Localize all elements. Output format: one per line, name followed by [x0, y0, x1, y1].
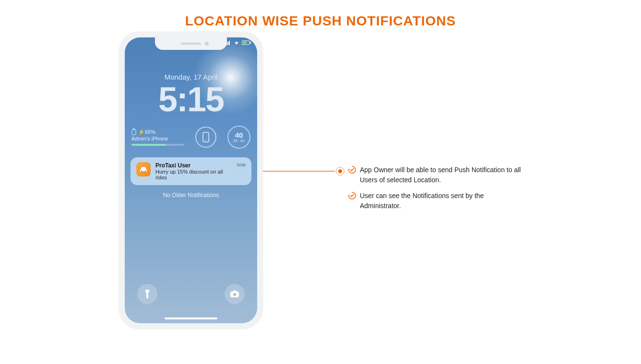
- battery-bar: [131, 144, 184, 146]
- notification-time: now: [237, 162, 246, 167]
- camera-button[interactable]: [225, 284, 245, 304]
- list-item: User can see the Notifications sent by t…: [348, 191, 521, 211]
- feature-text: User can see the Notifications sent by t…: [360, 191, 521, 211]
- svg-rect-8: [133, 129, 135, 129]
- signal-icon: [225, 40, 231, 45]
- svg-point-11: [141, 170, 142, 171]
- weather-high: 41: [240, 139, 245, 143]
- lockscreen-time: 5:15: [125, 80, 257, 119]
- notification-app-icon: [136, 162, 151, 176]
- notification-message: Hurry up 15% discount on all rides: [155, 169, 232, 180]
- weather-widget: 40 25 41: [227, 126, 250, 149]
- phone-notch: [155, 37, 227, 50]
- svg-rect-3: [229, 41, 230, 45]
- camera-icon: [230, 290, 239, 298]
- weather-low: 25: [233, 139, 237, 143]
- feature-text: App Owner will be able to send Push Noti…: [360, 165, 521, 185]
- check-circle-icon: [348, 192, 356, 200]
- wifi-icon: [233, 40, 240, 45]
- svg-point-10: [205, 140, 206, 141]
- phone-icon: [202, 132, 210, 142]
- battery-widget: ⚡65% Admin's iPhone: [131, 129, 184, 146]
- svg-rect-15: [233, 291, 237, 292]
- device-ring-widget: [195, 127, 216, 148]
- feature-list: App Owner will be able to send Push Noti…: [348, 165, 521, 217]
- battery-outline-icon: [131, 129, 136, 135]
- svg-rect-6: [250, 42, 251, 44]
- page-title: LOCATION WISE PUSH NOTIFICATIONS: [0, 0, 641, 29]
- connector-dot: [336, 167, 344, 176]
- lockscreen-widgets: ⚡65% Admin's iPhone 40 25 41: [125, 126, 257, 149]
- flashlight-icon: [144, 289, 151, 299]
- car-icon: [139, 166, 148, 173]
- battery-percent-label: ⚡65%: [138, 129, 155, 135]
- notification-app-name: ProTaxi User: [155, 162, 232, 169]
- no-older-notifications-label: No Older Notifications: [125, 192, 257, 199]
- phone-lockscreen: Monday, 17 April 5:15 ⚡65% Admin's iPhon…: [125, 37, 257, 323]
- connector-line: [263, 171, 335, 172]
- svg-rect-2: [227, 42, 228, 45]
- svg-rect-7: [132, 129, 136, 135]
- list-item: App Owner will be able to send Push Noti…: [348, 165, 521, 185]
- battery-icon: [242, 40, 251, 45]
- svg-rect-0: [225, 44, 226, 45]
- svg-point-12: [145, 170, 146, 171]
- check-circle-icon: [348, 166, 356, 174]
- svg-rect-1: [226, 43, 227, 45]
- svg-point-14: [233, 293, 236, 296]
- push-notification-card[interactable]: ProTaxi User Hurry up 15% discount on al…: [131, 157, 251, 185]
- status-bar: [225, 40, 251, 45]
- device-name-label: Admin's iPhone: [131, 135, 184, 142]
- phone-frame: Monday, 17 April 5:15 ⚡65% Admin's iPhon…: [119, 32, 263, 329]
- home-indicator[interactable]: [165, 317, 217, 319]
- svg-rect-5: [243, 42, 247, 44]
- weather-temp: 40: [235, 131, 243, 139]
- flashlight-button[interactable]: [137, 284, 157, 304]
